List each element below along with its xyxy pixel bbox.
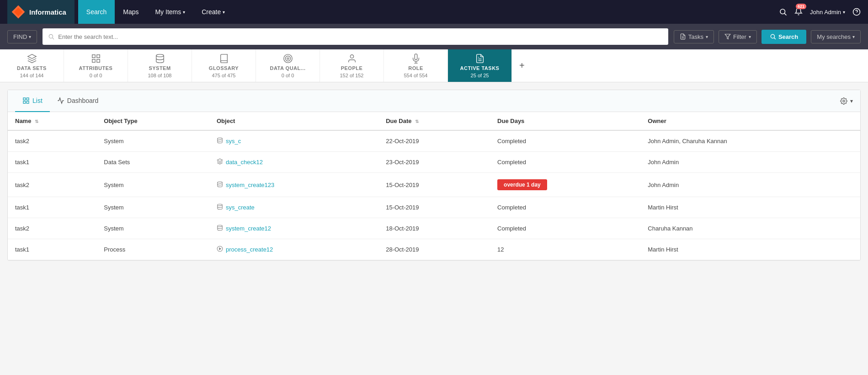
chevron-down-icon: ▾ (843, 10, 845, 15)
table-scroll-area[interactable]: Name ⇅ Object Type Object Due Date ⇅ Due (8, 112, 860, 260)
object-link-cell: sys_c (209, 130, 378, 152)
plus-icon: + (519, 60, 525, 71)
my-searches-button[interactable]: My searches ▾ (811, 30, 861, 43)
task-name: task1 (8, 239, 96, 260)
cat-attributes[interactable]: ATTRIBUTES 0 of 0 (64, 49, 128, 82)
col-object-type: Object Type (96, 112, 209, 130)
object-link[interactable]: data_check12 (226, 159, 263, 166)
cat-dataqual[interactable]: DATA QUAL... 0 of 0 (256, 49, 320, 82)
glossary-count: 475 of 475 (212, 73, 236, 78)
object-link[interactable]: process_create12 (226, 246, 273, 253)
person-icon (347, 54, 357, 64)
table-settings-button[interactable]: ▾ (840, 97, 853, 105)
tab-dashboard[interactable]: Dashboard (50, 90, 106, 112)
search-icon-button[interactable] (779, 8, 787, 16)
nav-search[interactable]: Search (78, 0, 115, 24)
object-type-icon (217, 158, 223, 166)
tab-list[interactable]: List (15, 90, 50, 112)
col-object: Object (209, 112, 378, 130)
due-date: 28-Oct-2019 (378, 239, 490, 260)
col-due-date[interactable]: Due Date ⇅ (378, 112, 490, 130)
object-link[interactable]: sys_c (226, 138, 241, 145)
object-type: System (96, 197, 209, 218)
user-menu[interactable]: John Admin ▾ (810, 9, 845, 16)
object-link[interactable]: system_create12 (226, 225, 271, 232)
cat-datasets[interactable]: DATA SETS 144 of 144 (0, 49, 64, 82)
svg-rect-16 (92, 59, 95, 62)
cat-activetasks[interactable]: ACTIVE TASKS 25 of 25 (448, 49, 512, 82)
svg-line-12 (774, 38, 776, 39)
object-link-cell: sys_create (209, 197, 378, 218)
due-date: 15-Oct-2019 (378, 197, 490, 218)
object-type-icon (217, 137, 223, 145)
grid-icon (91, 54, 101, 64)
svg-point-11 (771, 34, 774, 38)
dataqual-count: 0 of 0 (282, 73, 294, 78)
svg-rect-30 (27, 101, 29, 103)
table-row: task2 System system_create12 18-Oct-2019… (8, 218, 860, 239)
category-bar: DATA SETS 144 of 144 ATTRIBUTES 0 of 0 S… (0, 49, 868, 82)
svg-point-36 (218, 225, 223, 227)
object-type: System (96, 173, 209, 197)
notification-count: 621 (796, 4, 806, 9)
attributes-label: ATTRIBUTES (79, 65, 113, 71)
nav-create[interactable]: Create ▾ (193, 0, 233, 24)
main-content: List Dashboard ▾ Name ⇅ (7, 90, 861, 261)
people-count: 152 of 152 (340, 73, 364, 78)
chevron-down-icon: ▾ (706, 34, 708, 39)
add-category-button[interactable]: + (512, 49, 532, 82)
help-icon-button[interactable] (852, 8, 861, 16)
search-input[interactable] (58, 33, 662, 40)
tasks-icon (475, 54, 485, 64)
search-button[interactable]: Search (761, 30, 806, 44)
object-type: Process (96, 239, 209, 260)
role-count: 554 of 554 (404, 73, 428, 78)
chevron-down-icon: ▾ (749, 34, 751, 39)
find-button[interactable]: FIND ▾ (7, 30, 37, 43)
database-icon (155, 54, 165, 64)
task-name: task1 (8, 197, 96, 218)
nav-my-items[interactable]: My Items ▾ (147, 0, 193, 24)
object-link[interactable]: sys_create (226, 204, 255, 211)
due-days-cell: Completed (490, 218, 640, 239)
object-type-icon (217, 225, 223, 232)
activetasks-count: 25 of 25 (471, 73, 489, 78)
search-actions: Tasks ▾ Filter ▾ Search My searches ▾ (674, 30, 861, 44)
object-link[interactable]: system_create123 (226, 182, 274, 188)
cat-glossary[interactable]: GLOSSARY 475 of 475 (192, 49, 256, 82)
filter-button[interactable]: Filter ▾ (719, 30, 757, 43)
tasks-button[interactable]: Tasks ▾ (674, 30, 714, 43)
logo-area[interactable]: Informatica (7, 0, 75, 24)
object-link-cell: system_create123 (209, 173, 378, 197)
table-header: Name ⇅ Object Type Object Due Date ⇅ Due (8, 112, 860, 130)
owner: Martin Hirst (640, 239, 860, 260)
nav-right-area: 621 John Admin ▾ (779, 7, 861, 17)
nav-maps[interactable]: Maps (115, 0, 147, 24)
due-days-cell: Completed (490, 152, 640, 173)
due-days-cell: overdue 1 day (490, 173, 640, 197)
svg-point-22 (350, 54, 353, 58)
search-input-wrapper (43, 28, 668, 45)
cat-people[interactable]: PEOPLE 152 of 152 (320, 49, 384, 82)
svg-marker-10 (725, 34, 730, 39)
table-row: task2 System sys_c 22-Oct-2019 Completed… (8, 130, 860, 152)
col-name[interactable]: Name ⇅ (8, 112, 96, 130)
role-label: ROLE (408, 65, 423, 71)
tasks-table: Name ⇅ Object Type Object Due Date ⇅ Due (8, 112, 860, 260)
book-icon (219, 54, 229, 64)
notification-button[interactable]: 621 (794, 7, 803, 17)
list-icon (22, 97, 30, 104)
table-body: task2 System sys_c 22-Oct-2019 Completed… (8, 130, 860, 260)
cat-role[interactable]: ROLE 554 of 554 (384, 49, 448, 82)
chevron-down-icon: ▾ (852, 34, 855, 39)
cat-system[interactable]: SYSTEM 108 of 108 (128, 49, 192, 82)
object-type-icon (217, 204, 223, 211)
table-row: task1 Process process_create12 28-Oct-20… (8, 239, 860, 260)
datasets-label: DATA SETS (17, 65, 47, 71)
search-icon (770, 33, 776, 40)
due-date: 18-Oct-2019 (378, 218, 490, 239)
gear-icon (840, 97, 847, 105)
svg-marker-38 (219, 248, 221, 250)
svg-point-6 (49, 34, 53, 38)
svg-point-19 (283, 54, 292, 62)
